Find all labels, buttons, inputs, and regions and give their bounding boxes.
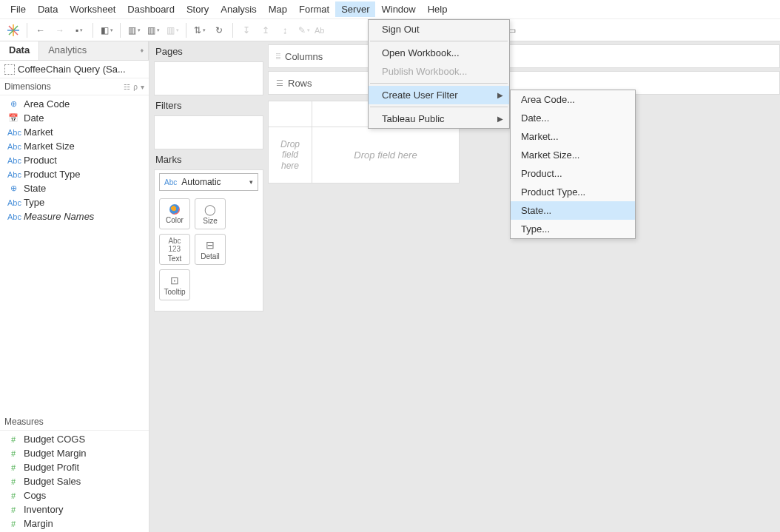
dimension-field[interactable]: AbcProduct Type [0,167,149,181]
columns-label: Columns [285,51,323,62]
caret-icon: ♦ [140,47,144,54]
menu-dashboard[interactable]: Dashboard [121,1,181,17]
measure-field[interactable]: #Budget Margin [0,446,149,460]
filter-option[interactable]: Market Size... [511,146,635,164]
menu-sign-out[interactable]: Sign Out [369,20,509,38]
tableau-public-label: Tableau Public [382,113,445,124]
menu-publish-workbook: Publish Workbook... [369,62,509,81]
number-icon: # [7,477,19,486]
filter-option[interactable]: Type... [511,220,635,238]
measures-list: #Budget COGS#Budget Margin#Budget Profit… [0,431,149,532]
duplicate-button[interactable]: ▥▾ [144,21,162,39]
tab-data[interactable]: Data [0,41,38,60]
filter-option[interactable]: Area Code... [511,90,635,109]
measure-field[interactable]: #Budget COGS [0,432,149,446]
data-source-item[interactable]: CoffeeChain Query (Sa... [0,61,149,78]
menu-data[interactable]: Data [32,1,64,17]
dimensions-label: Dimensions [4,81,51,92]
separator [186,23,186,38]
separator [370,107,508,107]
dimension-field[interactable]: AbcMeasure Names [0,209,149,223]
menu-caret-icon[interactable]: ▾ [141,83,144,91]
field-label: Market [24,127,53,138]
menu-window[interactable]: Window [375,1,421,17]
number-icon: # [7,463,19,472]
measures-header: Measures [0,414,149,431]
field-label: Budget Margin [24,448,87,459]
number-icon: # [7,491,19,500]
mark-text-button[interactable]: Abc123Text [159,234,190,265]
menu-worksheet[interactable]: Worksheet [64,1,121,17]
field-label: Measure Names [24,211,94,222]
field-label: State [24,183,46,194]
swap-button[interactable]: ⇅▾ [191,21,209,39]
menu-story[interactable]: Story [181,1,215,17]
filters-card: Filters [154,101,263,149]
mark-detail-button[interactable]: ⊟Detail [195,234,226,265]
tab-analytics[interactable]: Analytics♦ [38,41,149,60]
abc-icon: Abc [7,156,19,165]
dimensions-header: Dimensions ☷ρ▾ [0,78,149,95]
datasource-button[interactable]: ◧▾ [98,21,115,39]
measure-field[interactable]: #Inventory [0,502,149,516]
dimension-field[interactable]: ⊕Area Code [0,97,149,111]
sort-asc-button: ↧ [238,21,255,39]
save-button[interactable]: ▪▾ [70,21,88,39]
menu-help[interactable]: Help [422,1,454,17]
submenu-arrow-icon: ▶ [497,115,503,123]
menu-server[interactable]: Server [335,1,375,17]
view-icon[interactable]: ☷ [124,83,130,91]
dimension-field[interactable]: AbcMarket [0,125,149,139]
separator [120,23,121,38]
new-worksheet-button[interactable]: ▥▾ [125,21,143,39]
search-icon[interactable]: ρ [133,83,138,91]
marks-type-select[interactable]: Abc Automatic ▾ [159,173,258,191]
data-source-label: CoffeeChain Query (Sa... [18,64,126,75]
dimension-field[interactable]: ⊕State [0,181,149,195]
mark-tooltip-button[interactable]: ⊡Tooltip [159,269,190,300]
tab-analytics-label: Analytics [48,44,87,55]
marks-select-label: Automatic [181,177,221,187]
create-user-filter-submenu: Area Code...Date...Market...Market Size.… [510,90,636,239]
dimension-field[interactable]: AbcMarket Size [0,139,149,153]
columns-shelf[interactable]: ⦙⦙⦙Columns [268,44,780,68]
menu-create-user-filter[interactable]: Create User Filter▶ [369,86,509,104]
menu-file[interactable]: File [4,1,32,17]
create-user-filter-label: Create User Filter [382,90,458,101]
datasource-icon [4,64,15,75]
mark-size-button[interactable]: ◯Size [195,198,226,229]
clear-button: ▥▾ [164,21,181,39]
menu-format[interactable]: Format [293,1,335,17]
menu-map[interactable]: Map [263,1,293,17]
filter-option[interactable]: Market... [511,127,635,146]
refresh-button[interactable]: ↻ [210,21,228,39]
number-icon: # [7,519,19,528]
filter-option[interactable]: Product... [511,164,635,183]
pages-card: Pages [154,47,263,95]
dimension-field[interactable]: AbcType [0,195,149,209]
measure-field[interactable]: #Margin [0,516,149,531]
back-button[interactable]: ← [32,21,50,39]
measure-field[interactable]: #Budget Profit [0,460,149,474]
drop-main[interactable]: Drop field here [312,127,460,183]
sort-desc-button: ↥ [257,21,275,39]
filter-option[interactable]: Date... [511,109,635,127]
dimension-field[interactable]: AbcProduct [0,153,149,167]
cards-column: Pages Filters Marks Abc Automatic ▾ Colo… [149,41,268,532]
filters-shelf[interactable] [155,116,263,149]
drop-corner[interactable] [268,101,312,127]
server-menu: Sign Out Open Workbook... Publish Workbo… [368,19,510,129]
pages-shelf[interactable] [155,62,263,95]
menu-analysis[interactable]: Analysis [215,1,262,17]
mark-color-button[interactable]: Color [159,198,190,229]
menu-open-workbook[interactable]: Open Workbook... [369,44,509,62]
measure-field[interactable]: #Budget Sales [0,474,149,488]
filter-option[interactable]: Product Type... [511,183,635,201]
menu-tableau-public[interactable]: Tableau Public▶ [369,110,509,128]
dimension-field[interactable]: 📅Date [0,111,149,125]
measure-field[interactable]: #Cogs [0,488,149,502]
field-label: Type [24,197,44,208]
drop-left[interactable]: Dropfieldhere [268,127,312,183]
filter-option[interactable]: State... [511,201,635,220]
separator [27,23,27,38]
